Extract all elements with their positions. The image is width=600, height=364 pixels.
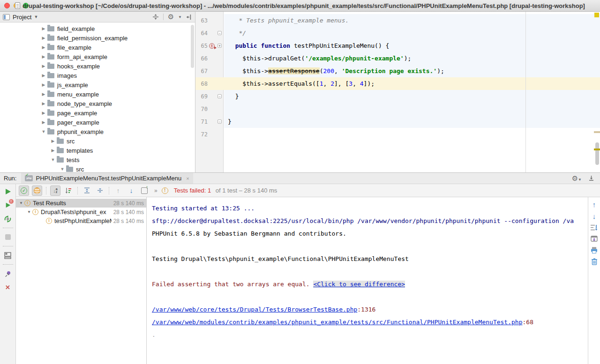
code-text[interactable]: $this->drupalGet('/examples/phpunit-exam… (224, 52, 600, 65)
code-line[interactable]: 68 $this->assertEquals([1, 2], [3, 4]); (195, 77, 600, 90)
fold-icon[interactable]: – (218, 31, 222, 35)
clear-console-icon[interactable] (591, 258, 598, 265)
show-ignored-toggle[interactable] (32, 186, 42, 196)
chevron-collapsed-icon[interactable]: ▶ (49, 148, 57, 153)
test-tree-row[interactable]: ▼!Drupal\Tests\phpunit_ex28 s 140 ms (16, 208, 146, 216)
chevron-collapsed-icon[interactable]: ▶ (40, 54, 47, 59)
project-tree-item[interactable]: ▼phpunit_example (0, 127, 195, 136)
project-tree-item[interactable]: ▶file_example (0, 43, 195, 52)
rerun-button[interactable] (3, 187, 13, 196)
chevron-collapsed-icon[interactable]: ▶ (40, 82, 47, 87)
inspection-indicator[interactable] (594, 13, 599, 17)
sort-alphabetically-toggle[interactable]: ↓az (50, 186, 60, 196)
settings-gear-icon[interactable]: ⚙ (168, 13, 174, 21)
code-text[interactable] (224, 128, 600, 141)
project-tree-item[interactable]: ▶form_api_example (0, 52, 195, 61)
test-tree-row[interactable]: ▼!Test Results28 s 140 ms (16, 199, 146, 208)
code-text[interactable]: } (224, 90, 600, 103)
sort-by-duration-toggle[interactable] (63, 186, 74, 196)
down-stacktrace-icon[interactable]: ↓ (592, 213, 596, 220)
show-passed-toggle[interactable]: ✓ (19, 186, 29, 196)
code-line[interactable]: 63 * Tests phpunit_example menus. (195, 14, 600, 27)
project-tree-item[interactable]: ▶menu_example (0, 89, 195, 99)
project-tree-item[interactable]: ▶hooks_example (0, 61, 195, 71)
chevron-collapsed-icon[interactable]: ▶ (40, 36, 47, 40)
chevron-collapsed-icon[interactable]: ▶ (40, 64, 47, 68)
code-line[interactable]: 69– } (195, 90, 600, 103)
restore-layout-button[interactable] (3, 251, 13, 260)
chevron-expanded-icon[interactable]: ▼ (40, 129, 47, 134)
code-text[interactable]: * Tests phpunit_example menus. (224, 14, 600, 27)
console-file-link[interactable]: /var/www/web/modules/contrib/examples/ph… (152, 319, 523, 326)
chevron-collapsed-icon[interactable]: ▶ (40, 120, 47, 125)
project-tree-item[interactable]: ▼src (0, 164, 195, 174)
chevron-expanded-icon[interactable]: ▼ (26, 210, 32, 214)
fold-icon[interactable]: – (218, 94, 222, 98)
code-editor[interactable]: 63 * Tests phpunit_example menus.64– */6… (195, 12, 600, 172)
code-line[interactable]: 67 $this->assertResponse(200, 'Descripti… (195, 65, 600, 77)
chevron-collapsed-icon[interactable]: ▶ (49, 139, 57, 143)
project-tree-item[interactable]: ▶src (0, 136, 195, 146)
project-tree-item[interactable]: ▶js_example (0, 80, 195, 89)
diff-link[interactable]: <Click to see difference> (313, 281, 405, 288)
chevron-collapsed-icon[interactable]: ▶ (40, 101, 47, 106)
code-line[interactable]: 72 (195, 128, 600, 141)
chevron-collapsed-icon[interactable]: ▶ (40, 92, 47, 97)
failed-test-gutter-icon[interactable]: ! (209, 43, 215, 49)
stop-button[interactable] (3, 232, 13, 242)
chevron-collapsed-icon[interactable]: ▶ (40, 26, 47, 31)
chevron-more-icon[interactable]: » (154, 187, 157, 194)
toggle-auto-test-button[interactable] (3, 214, 13, 223)
project-tree-item[interactable]: ▶images (0, 71, 195, 80)
code-line[interactable]: 71–} (195, 115, 600, 128)
run-tab[interactable]: php PHPUnitExampleMenuTest.testPhpUnitEx… (21, 173, 193, 184)
code-line[interactable]: 64– */ (195, 27, 600, 39)
project-tree-item[interactable]: ▶field_permission_example (0, 33, 195, 43)
error-stripe-mark[interactable] (594, 131, 600, 133)
close-tab-icon[interactable]: × (186, 176, 189, 181)
project-tree-item[interactable]: ▶node_type_example (0, 99, 195, 108)
chevron-expanded-icon[interactable]: ▼ (59, 167, 66, 171)
print-icon[interactable] (591, 247, 598, 253)
project-tree-item[interactable]: ▶page_example (0, 108, 195, 118)
fold-icon[interactable]: – (218, 119, 222, 124)
error-stripe-mark[interactable] (594, 149, 600, 150)
locate-file-icon[interactable] (152, 14, 159, 20)
code-text[interactable]: $this->assertResponse(200, 'Description … (224, 65, 600, 77)
console-file-link[interactable]: /var/www/web/core/tests/Drupal/Tests/Bro… (152, 306, 357, 313)
fold-icon[interactable]: ▾ (218, 44, 222, 48)
hide-panel-icon[interactable] (186, 14, 192, 20)
rerun-failed-tests-button[interactable]: ! (3, 201, 13, 210)
code-text[interactable]: $this->assertEquals([1, 2], [3, 4]); (224, 77, 600, 90)
settings-gear-icon[interactable]: ⚙▼ (572, 175, 582, 182)
project-tree-item[interactable]: ▶field_example (0, 24, 195, 33)
chevron-collapsed-icon[interactable]: ▶ (40, 73, 47, 78)
code-text[interactable] (224, 103, 600, 115)
export-test-results-button[interactable] (139, 186, 150, 196)
code-text[interactable]: public function testPhpUnitExampleMenu()… (224, 39, 600, 52)
code-line[interactable]: 70 (195, 103, 600, 115)
hide-tool-window-icon[interactable] (588, 175, 594, 181)
code-line[interactable]: 65!▾ public function testPhpUnitExampleM… (195, 39, 600, 52)
previous-occurrence-button[interactable]: ↑ (113, 186, 123, 196)
pin-tab-button[interactable] (3, 269, 13, 278)
expand-all-button[interactable] (82, 186, 92, 196)
chevron-collapsed-icon[interactable]: ▶ (40, 111, 47, 115)
collapse-all-button[interactable] (95, 186, 105, 196)
project-scrollbar[interactable] (191, 25, 194, 68)
project-tree-item[interactable]: ▶templates (0, 146, 195, 155)
up-stacktrace-icon[interactable]: ↑ (592, 201, 596, 208)
project-tree-item[interactable]: ▶pager_example (0, 118, 195, 127)
chevron-down-icon[interactable]: ▼ (34, 15, 38, 19)
test-tree-row[interactable]: !testPhpUnitExampleM28 s 140 ms (16, 216, 146, 225)
chevron-collapsed-icon[interactable]: ▶ (40, 45, 47, 50)
project-tree-item[interactable]: ▼tests (0, 155, 195, 164)
next-occurrence-button[interactable]: ↓ (126, 186, 136, 196)
close-panel-button[interactable]: ✕ (3, 282, 13, 292)
open-results-icon[interactable] (591, 236, 598, 242)
editor-scrollbar[interactable] (595, 142, 599, 165)
chevron-expanded-icon[interactable]: ▼ (49, 157, 57, 162)
code-text[interactable]: } (224, 115, 600, 128)
code-text[interactable]: */ (224, 27, 600, 39)
scroll-tracking-icon[interactable] (591, 224, 598, 231)
